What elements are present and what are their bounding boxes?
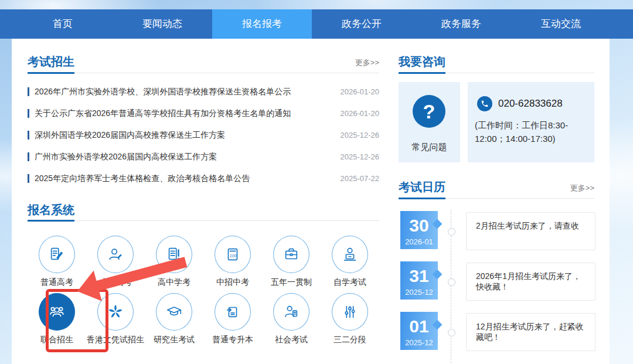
- news-date: 2026-01-20: [341, 109, 380, 118]
- calendar-day: 30: [400, 217, 438, 234]
- calendar-entry: 01 2025-12 12月招生考试历来了，赶紧收藏吧！: [399, 312, 594, 351]
- person-pen-icon: [107, 246, 124, 263]
- reg-item-three-two[interactable]: 三二分段: [321, 293, 379, 345]
- calendar-date-tile[interactable]: 01 2025-12: [400, 312, 438, 350]
- news-item[interactable]: 广州市实验外语学校2026届国内高校保送工作方案 2025-12-26: [28, 146, 379, 168]
- nav-tab-gov-disclosure[interactable]: 政务公开: [312, 9, 411, 39]
- calendar-card[interactable]: 12月招生考试历来了，赶紧收藏吧！: [466, 313, 595, 351]
- top-nav: 首页 要闻动态 报名报考 政务公开 政务服务 互动交流: [0, 9, 633, 39]
- news-title: 广州市实验外语学校2026届国内高校保送工作方案: [35, 152, 333, 162]
- timeline-node: [448, 329, 455, 336]
- calendar-text: 2月招生考试历来了，请查收: [476, 221, 587, 232]
- left-column: 考试招生 更多>> 2026年广州市实验外语学校、深圳外国语学校推荐保送生资格名…: [28, 39, 379, 364]
- reg-label: 普通专升本: [203, 335, 262, 345]
- calendar-card[interactable]: 2月招生考试历来了，请查收: [466, 212, 595, 250]
- reg-label: 普通高考: [28, 277, 86, 288]
- faq-label: 常见问题: [399, 142, 460, 153]
- exam-calendar-more-link[interactable]: 更多>>: [570, 183, 594, 193]
- calendar-date-tile[interactable]: 31 2025-12: [400, 261, 438, 300]
- form-pencil-icon: [48, 246, 66, 263]
- news-date: 2025-12-26: [341, 131, 380, 140]
- calendar-card[interactable]: 2026年1月招生考试历来了，快收藏！: [466, 263, 595, 301]
- briefcase-icon: [283, 246, 300, 263]
- consult-cards: ? 常见问题 020-62833628 (工作时间：工作日8:30-12:00；…: [399, 82, 594, 162]
- score-sheet-icon: 100: [224, 246, 241, 263]
- person-laptop-icon: [341, 246, 359, 263]
- calendar-day: 01: [400, 318, 438, 335]
- reg-item-gaokao[interactable]: 普通高考: [28, 236, 86, 288]
- main-panel: 考试招生 更多>> 2026年广州市实验外语学校、深圳外国语学校推荐保送生资格名…: [12, 39, 610, 364]
- reg-label: 联合招生: [28, 335, 86, 345]
- nav-tab-gov-services[interactable]: 政务服务: [411, 9, 511, 39]
- news-date: 2025-12-26: [341, 152, 380, 161]
- registration-divider: [28, 220, 379, 221]
- question-mark-icon: ?: [413, 95, 445, 128]
- consult-divider: [399, 73, 594, 73]
- reg-label: 自学考试: [321, 277, 379, 288]
- timeline-node: [448, 278, 455, 286]
- reg-item-social-exam[interactable]: 社会考试: [262, 293, 321, 345]
- reg-label: 成人高考: [86, 277, 145, 288]
- reg-item-zhongkao[interactable]: 100 中招中考: [203, 236, 262, 288]
- exam-admissions-more-link[interactable]: 更多>>: [355, 57, 379, 68]
- reg-item-high-school-exam[interactable]: 高中学考: [145, 236, 203, 288]
- calendar-month: 2025-12: [400, 338, 438, 347]
- consult-title: 我要咨询: [399, 54, 445, 70]
- right-column: 我要咨询 ? 常见问题 020-62833628 (工作时间：工作日8:30-1…: [399, 39, 594, 364]
- reg-label: 三二分段: [321, 335, 379, 345]
- reg-item-hk-dse[interactable]: 香港文凭试招生: [86, 293, 145, 345]
- registration-grid-row2: 联合招生 香港文凭试招生 研究生考试: [28, 293, 379, 345]
- calendar-date-tile[interactable]: 30 2026-01: [400, 211, 438, 249]
- bauhinia-flower-icon: [107, 303, 124, 321]
- person-document-icon: [283, 303, 300, 321]
- phone-number: 020-62833628: [498, 98, 563, 110]
- reg-label: 中招中考: [203, 277, 262, 288]
- work-hours-text: (工作时间：工作日8:30-12:00；14:00-17:30): [475, 118, 587, 146]
- news-bullet-bar: [28, 152, 29, 161]
- reg-label: 五年一贯制: [262, 277, 321, 288]
- nav-tab-news[interactable]: 要闻动态: [113, 9, 212, 39]
- reg-label: 研究生考试: [145, 335, 203, 345]
- calendar-text: 12月招生考试历来了，赶紧收藏吧！: [476, 322, 587, 343]
- news-item[interactable]: 2025年定向培养军士考生体格检查、政治考核合格名单公告 2025-07-22: [28, 168, 379, 189]
- registration-grid-row1: 普通高考 成人高考 高中学考 100 中招中考: [28, 236, 379, 288]
- news-item[interactable]: 关于公示广东省2026年普通高等学校招生具有加分资格考生名单的通知 2026-0…: [28, 103, 379, 124]
- calendar-text: 2026年1月招生考试历来了，快收藏！: [476, 271, 587, 292]
- news-title: 深圳外国语学校2026届国内高校推荐保送生工作方案: [35, 130, 333, 141]
- timeline-node: [448, 228, 455, 236]
- news-bullet-bar: [28, 174, 29, 183]
- reg-item-postgraduate[interactable]: 研究生考试: [145, 293, 203, 345]
- nav-tab-registration[interactable]: 报名报考: [212, 9, 312, 39]
- phone-icon: [477, 96, 492, 111]
- calendar-entry: 31 2025-12 2026年1月招生考试历来了，快收藏！: [399, 261, 594, 300]
- news-bullet-bar: [28, 131, 29, 140]
- svg-text:100: 100: [230, 254, 237, 258]
- news-item[interactable]: 深圳外国语学校2026届国内高校推荐保送生工作方案 2025-12-26: [28, 124, 379, 146]
- graduation-cap-icon: [165, 303, 183, 321]
- reg-label: 社会考试: [262, 335, 321, 345]
- news-bullet-bar: [28, 109, 29, 118]
- document-transfer-icon: [224, 303, 241, 321]
- people-group-icon: [48, 303, 66, 321]
- reg-item-zhuanshengben[interactable]: 普通专升本: [203, 293, 262, 345]
- news-date: 2026-01-20: [341, 87, 380, 96]
- reg-item-five-year[interactable]: 五年一贯制: [262, 236, 321, 288]
- news-item[interactable]: 2026年广州市实验外语学校、深圳外国语学校推荐保送生资格名单公示 2026-0…: [28, 81, 379, 103]
- reg-item-joint-admission[interactable]: 联合招生: [28, 293, 86, 345]
- nav-tab-interaction[interactable]: 互动交流: [511, 9, 611, 39]
- calendar-month: 2025-12: [400, 288, 438, 297]
- nav-tab-home[interactable]: 首页: [13, 9, 113, 39]
- faq-card[interactable]: ? 常见问题: [399, 82, 460, 162]
- reg-item-self-study[interactable]: 自学考试: [321, 236, 379, 288]
- reg-label: 高中学考: [145, 277, 203, 288]
- exam-calendar-divider: [399, 198, 594, 199]
- reg-label: 香港文凭试招生: [86, 335, 145, 345]
- news-list: 2026年广州市实验外语学校、深圳外国语学校推荐保送生资格名单公示 2026-0…: [28, 81, 379, 189]
- exam-calendar-title: 考试日历: [399, 179, 445, 195]
- news-title: 关于公示广东省2026年普通高等学校招生具有加分资格考生名单的通知: [35, 108, 333, 119]
- phone-card: 020-62833628 (工作时间：工作日8:30-12:00；14:00-1…: [468, 82, 594, 162]
- reg-item-adult-gaokao[interactable]: 成人高考: [86, 236, 145, 288]
- registration-systems-title: 报名系统: [28, 202, 74, 218]
- news-date: 2025-07-22: [341, 174, 380, 183]
- exam-admissions-divider: [28, 73, 379, 73]
